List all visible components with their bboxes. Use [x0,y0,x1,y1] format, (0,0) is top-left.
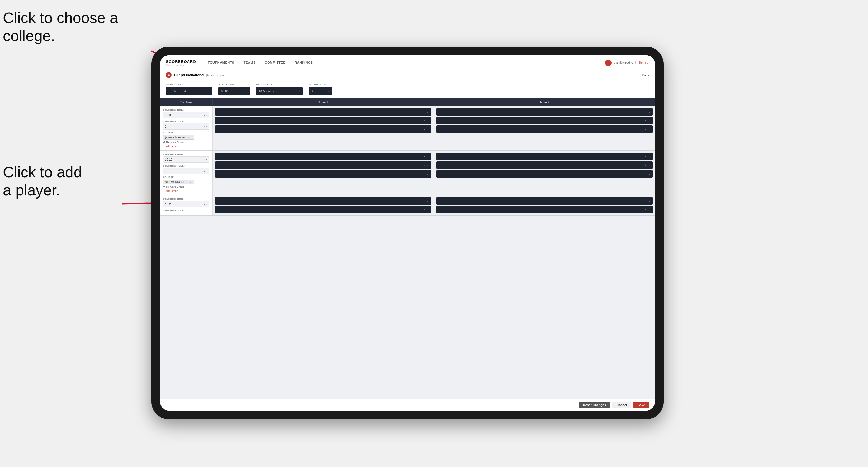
sign-out-link[interactable]: Sign out [638,61,649,64]
add-group-1[interactable]: + Add Group [163,145,209,148]
start-type-label: Start Type [166,83,213,86]
player-slot-t1r1s1[interactable]: ✕ ⌄ [215,108,431,116]
player-slot-t1r3s2[interactable]: ✕ ⌄ [215,206,431,213]
time-stepper-3[interactable]: ▲▼ [203,203,207,205]
intervals-select[interactable]: 10 Minutes [256,87,303,95]
starting-time-label-1: STARTING TIME: [163,108,209,111]
tournament-gender: (Men) [206,74,214,77]
start-type-select[interactable]: 1st Tee Start [166,87,213,95]
group-size-group: Group Size 3 [309,83,332,95]
header-right: blair@clippd.io | Sign out [605,60,649,66]
slot-t2r1s3-v[interactable]: ⌄ [648,128,650,131]
group-size-label: Group Size [309,83,332,86]
user-avatar [605,60,612,66]
course-chip-1[interactable]: (A) Peachtree GC ✕ ⌄ [163,135,194,140]
app-footer: Reset Changes Cancel Save [160,399,655,410]
save-button[interactable]: Save [633,402,649,408]
group-size-select-wrap: 3 [309,87,332,95]
info-icon: ℹ [247,90,249,93]
brand: SCOREBOARD Powered by clippd [166,59,196,66]
player-slot-t1r2s1[interactable]: ✕ ⌄ [215,153,431,160]
time-stepper-1[interactable]: ▲▼ [203,114,207,116]
team2-col-1: ✕ ⌄ ✕ ⌄ ✕ [434,106,655,150]
team1-col-2: ✕ ⌄ ✕ ⌄ ✕ [213,151,434,195]
th-team1: Team 1 [213,98,434,106]
nav-tab-committee[interactable]: COMMITTEE [260,55,290,70]
tee-row-2: STARTING TIME: 10:10 ▲▼ STARTING HOLE: 1… [160,151,655,195]
nav-tabs: TOURNAMENTS TEAMS COMMITTEE RANKINGS [203,55,605,70]
slot-t2r1s2-v[interactable]: ⌄ [648,119,650,122]
team1-col-1: ✕ ⌄ ✕ ⌄ ✕ [213,106,434,150]
start-time-label: Start Time [218,83,250,86]
group-size-select[interactable]: 3 [309,87,332,95]
team1-col-3: ✕ ⌄ ✕ ⌄ [213,195,434,215]
form-controls-row: Start Type 1st Tee Start Start Time 10:0… [160,80,655,98]
cancel-button[interactable]: Cancel [613,402,631,408]
slot-t2r1s1-x[interactable]: ✕ [645,110,647,114]
player-slot-t1r2s3[interactable]: ✕ ⌄ [215,170,431,178]
course-edit-1[interactable]: ⌄ [190,136,192,139]
player-slot-t2r2s3[interactable]: ✕ ⌄ [436,170,653,178]
slot-v-btn[interactable]: ⌄ [427,110,429,114]
player-slot-t1r1s3[interactable]: ✕ ⌄ [215,125,431,133]
hole-stepper-2[interactable]: ▲▼ [203,170,207,172]
remove-group-1[interactable]: ↺ Remove Group [163,141,209,144]
slot-t2r1s2-x[interactable]: ✕ [645,119,647,122]
player-slot-t2r3s2[interactable]: ✕ ⌄ [436,206,653,213]
starting-hole-label-2: STARTING HOLE: [163,164,209,167]
course-chip-2[interactable]: 🌳 East Lake GC ✕ ⌄ [163,180,194,184]
user-email: blair@clippd.io [614,61,633,64]
player-slot-t2r1s2[interactable]: ✕ ⌄ [436,117,653,124]
annotation-add-player: Click to add a player. [3,163,82,199]
tee-row-3-left: STARTING TIME: 10:20 ▲▼ STARTING HOLE: [160,195,213,215]
player-slot-t2r2s2[interactable]: ✕ ⌄ [436,161,653,169]
intervals-label: Intervals [256,83,303,86]
tee-row-1-left: STARTING TIME: 10:00 ▲▼ STARTING HOLE: 1… [160,106,213,150]
start-type-select-wrap: 1st Tee Start [166,87,213,95]
course-label-1: COURSE: [163,131,209,134]
sub-header: C Clippd Invitational (Men) Hosting ‹ Ba… [160,70,655,80]
starting-time-label-2: STARTING TIME: [163,153,209,156]
app-header: SCOREBOARD Powered by clippd TOURNAMENTS… [160,55,655,70]
start-time-input-wrap: 10:00 ℹ [218,87,250,95]
player-slot-t2r1s3[interactable]: ✕ ⌄ [436,125,653,133]
player-slot-t2r2s1[interactable]: ✕ ⌄ [436,153,653,160]
starting-hole-input-2[interactable]: 1 ▲▼ [163,168,209,174]
remove-group-2[interactable]: ↺ Remove Group [163,185,209,188]
start-time-input[interactable]: 10:00 ℹ [218,87,250,95]
nav-tab-tournaments[interactable]: TOURNAMENTS [203,55,239,70]
slot-v-btn-2[interactable]: ⌄ [427,119,429,122]
slot-t2r1s3-x[interactable]: ✕ [645,128,647,131]
player-slot-t1r1s2[interactable]: ✕ ⌄ [215,117,431,124]
start-time-group: Start Time 10:00 ℹ [218,83,250,95]
slot-t2r1s1-v[interactable]: ⌄ [648,110,650,114]
tournament-title: Clippd Invitational [174,73,204,77]
th-tee-time: Tee Time [160,98,213,106]
reset-button[interactable]: Reset Changes [579,402,610,408]
nav-tab-teams[interactable]: TEAMS [239,55,260,70]
course-remove-1[interactable]: ✕ [187,136,189,139]
slot-x-btn[interactable]: ✕ [423,110,426,114]
player-slot-t1r2s2[interactable]: ✕ ⌄ [215,161,431,169]
course-edit-2[interactable]: ⌄ [190,181,192,183]
nav-tab-rankings[interactable]: RANKINGS [290,55,317,70]
start-type-group: Start Type 1st Tee Start [166,83,213,95]
hole-stepper-1[interactable]: ▲▼ [203,125,207,127]
back-button[interactable]: ‹ Back [640,73,649,77]
player-slot-t2r1s1[interactable]: ✕ ⌄ [436,108,653,116]
starting-time-input-1[interactable]: 10:00 ▲▼ [163,112,209,118]
player-slot-t2r3s1[interactable]: ✕ ⌄ [436,197,653,205]
add-group-2[interactable]: + Add Group [163,190,209,192]
starting-time-input-2[interactable]: 10:10 ▲▼ [163,156,209,163]
tee-row-3: STARTING TIME: 10:20 ▲▼ STARTING HOLE: ✕… [160,195,655,216]
slot-x-btn-2[interactable]: ✕ [423,119,426,122]
slot-x-btn-3[interactable]: ✕ [423,128,426,131]
slot-v-btn-3[interactable]: ⌄ [427,128,429,131]
starting-time-label-3: STARTING TIME: [163,198,209,200]
course-remove-2[interactable]: ✕ [187,181,189,183]
starting-hole-label-1: STARTING HOLE: [163,120,209,123]
time-stepper-2[interactable]: ▲▼ [203,159,207,161]
starting-hole-input-1[interactable]: 1 ▲▼ [163,123,209,130]
starting-time-input-3[interactable]: 10:20 ▲▼ [163,201,209,207]
player-slot-t1r3s1[interactable]: ✕ ⌄ [215,197,431,205]
